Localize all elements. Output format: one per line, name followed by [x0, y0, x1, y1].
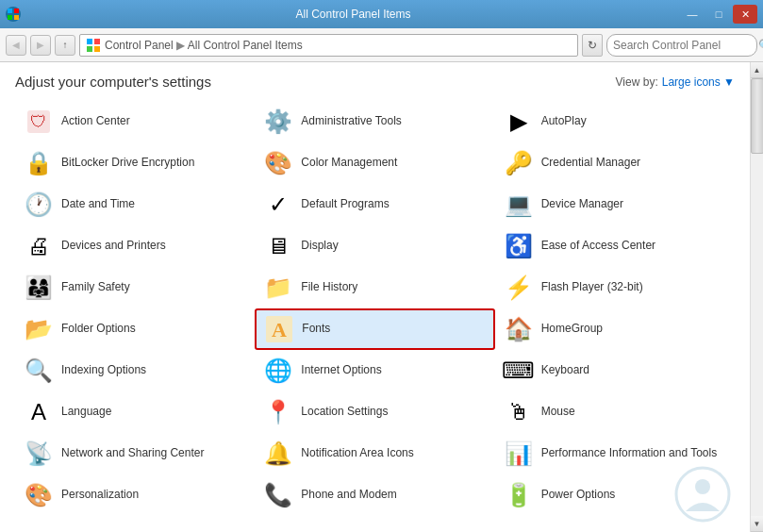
svg-text:A: A: [272, 318, 287, 341]
window-title: All Control Panel Items: [26, 8, 680, 21]
page-heading: Adjust your computer's settings: [15, 74, 211, 90]
svg-text:🛡: 🛡: [30, 112, 47, 131]
title-bar: All Control Panel Items — □ ✕: [0, 0, 763, 28]
grid-item-personalization[interactable]: 🎨Personalization: [15, 474, 255, 516]
grid-item-folder-options[interactable]: 📂Folder Options: [15, 308, 255, 350]
path-root: Control Panel: [105, 39, 174, 52]
location-settings-icon: 📍: [263, 397, 293, 427]
svg-rect-1: [14, 8, 19, 13]
grid-item-administrative-tools[interactable]: ⚙️Administrative Tools: [255, 101, 494, 142]
grid-item-credential-manager[interactable]: 🔑Credential Manager: [495, 142, 735, 184]
address-bar: ◀ ▶ ↑ Control Panel ▶ All Control Panel …: [0, 28, 763, 62]
svg-rect-6: [87, 46, 92, 52]
back-button[interactable]: ◀: [6, 35, 26, 56]
notification-icons-label: Notification Area Icons: [301, 446, 413, 461]
file-history-icon: 📁: [263, 273, 293, 303]
personalization-icon: 🎨: [24, 480, 54, 510]
app-icon: [6, 7, 21, 22]
grid-item-bitlocker[interactable]: 🔒BitLocker Drive Encryption: [15, 142, 255, 184]
grid-item-notification-icons[interactable]: 🔔Notification Area Icons: [255, 433, 494, 474]
devices-printers-label: Devices and Printers: [61, 239, 166, 254]
grid-item-autoplay[interactable]: ▶AutoPlay: [495, 101, 735, 142]
grid-item-fonts[interactable]: A Fonts: [255, 308, 494, 350]
maximize-button[interactable]: □: [706, 5, 731, 24]
file-history-label: File History: [301, 280, 357, 295]
grid-item-keyboard[interactable]: ⌨Keyboard: [495, 350, 735, 391]
fonts-icon: A: [264, 314, 294, 344]
grid-item-recovery[interactable]: 🔄Recovery: [255, 516, 494, 520]
performance-label: Performance Information and Tools: [541, 446, 718, 461]
grid-item-homegroup[interactable]: 🏠HomeGroup: [495, 308, 735, 350]
grid-item-family-safety[interactable]: 👨‍👩‍👧Family Safety: [15, 267, 255, 308]
language-icon: A: [24, 397, 54, 427]
device-manager-icon: 💻: [504, 190, 534, 220]
scroll-down-button[interactable]: ▼: [751, 516, 764, 532]
administrative-tools-icon: ⚙️: [263, 107, 293, 137]
flash-player-label: Flash Player (32-bit): [541, 280, 643, 295]
grid-item-language[interactable]: ALanguage: [15, 391, 255, 433]
network-sharing-icon: 📡: [24, 439, 54, 469]
color-management-label: Color Management: [301, 156, 397, 171]
homegroup-icon: 🏠: [504, 314, 534, 344]
view-by-value[interactable]: Large icons ▼: [662, 75, 735, 89]
grid-item-devices-printers[interactable]: 🖨Devices and Printers: [15, 225, 255, 267]
grid-item-file-history[interactable]: 📁File History: [255, 267, 494, 308]
administrative-tools-label: Administrative Tools: [301, 114, 402, 129]
svg-rect-7: [94, 46, 100, 52]
phone-modem-icon: 📞: [263, 480, 293, 510]
search-box[interactable]: 🔍: [606, 34, 757, 57]
family-safety-label: Family Safety: [61, 280, 130, 295]
network-sharing-label: Network and Sharing Center: [61, 446, 204, 461]
grid-item-action-center[interactable]: 🛡Action Center: [15, 101, 255, 142]
items-grid: 🛡Action Center⚙️Administrative Tools▶Aut…: [0, 97, 750, 520]
bitlocker-label: BitLocker Drive Encryption: [61, 156, 194, 171]
ease-access-icon: ♿: [504, 231, 534, 261]
search-input[interactable]: [613, 39, 755, 52]
grid-item-phone-modem[interactable]: 📞Phone and Modem: [255, 474, 494, 516]
grid-item-network-sharing[interactable]: 📡Network and Sharing Center: [15, 433, 255, 474]
address-path[interactable]: Control Panel ▶ All Control Panel Items: [79, 34, 578, 57]
color-management-icon: 🎨: [263, 148, 293, 178]
forward-button[interactable]: ▶: [30, 35, 51, 56]
grid-item-date-time[interactable]: 🕐Date and Time: [15, 184, 255, 225]
credential-manager-label: Credential Manager: [541, 156, 640, 171]
bitlocker-icon: 🔒: [24, 148, 54, 178]
scroll-up-button[interactable]: ▲: [751, 62, 764, 78]
indexing-options-icon: 🔍: [24, 356, 54, 386]
indexing-options-label: Indexing Options: [61, 363, 146, 378]
credential-manager-icon: 🔑: [504, 148, 534, 178]
svg-rect-4: [87, 39, 92, 44]
device-manager-label: Device Manager: [541, 197, 623, 212]
path-current: All Control Panel Items: [188, 39, 303, 52]
grid-item-ease-access[interactable]: ♿Ease of Access Center: [495, 225, 735, 267]
grid-item-color-management[interactable]: 🎨Color Management: [255, 142, 494, 184]
keyboard-label: Keyboard: [541, 363, 589, 378]
default-programs-icon: ✓: [263, 190, 293, 220]
watermark: [674, 466, 731, 523]
mouse-label: Mouse: [541, 405, 575, 420]
refresh-button[interactable]: ↻: [582, 34, 603, 57]
grid-item-indexing-options[interactable]: 🔍Indexing Options: [15, 350, 255, 391]
grid-item-display[interactable]: 🖥Display: [255, 225, 494, 267]
minimize-button[interactable]: —: [680, 5, 705, 24]
scroll-track[interactable]: [751, 78, 764, 516]
flash-player-icon: ⚡: [504, 273, 534, 303]
grid-item-default-programs[interactable]: ✓Default Programs: [255, 184, 494, 225]
close-button[interactable]: ✕: [733, 5, 757, 24]
internet-options-icon: 🌐: [263, 356, 293, 386]
grid-item-location-settings[interactable]: 📍Location Settings: [255, 391, 494, 433]
grid-item-internet-options[interactable]: 🌐Internet Options: [255, 350, 494, 391]
action-center-icon: 🛡: [24, 107, 54, 137]
scroll-thumb[interactable]: [751, 78, 764, 154]
scrollbar: ▲ ▼: [750, 62, 763, 532]
up-button[interactable]: ↑: [55, 35, 75, 56]
notification-icons-icon: 🔔: [263, 439, 293, 469]
grid-item-device-manager[interactable]: 💻Device Manager: [495, 184, 735, 225]
grid-item-programs-features[interactable]: 📦Programs and Features: [15, 516, 255, 520]
svg-rect-0: [8, 8, 12, 13]
grid-item-flash-player[interactable]: ⚡Flash Player (32-bit): [495, 267, 735, 308]
folder-options-label: Folder Options: [61, 322, 136, 337]
window-controls: — □ ✕: [680, 5, 757, 24]
autoplay-icon: ▶: [504, 107, 534, 137]
grid-item-mouse[interactable]: 🖱Mouse: [495, 391, 735, 433]
